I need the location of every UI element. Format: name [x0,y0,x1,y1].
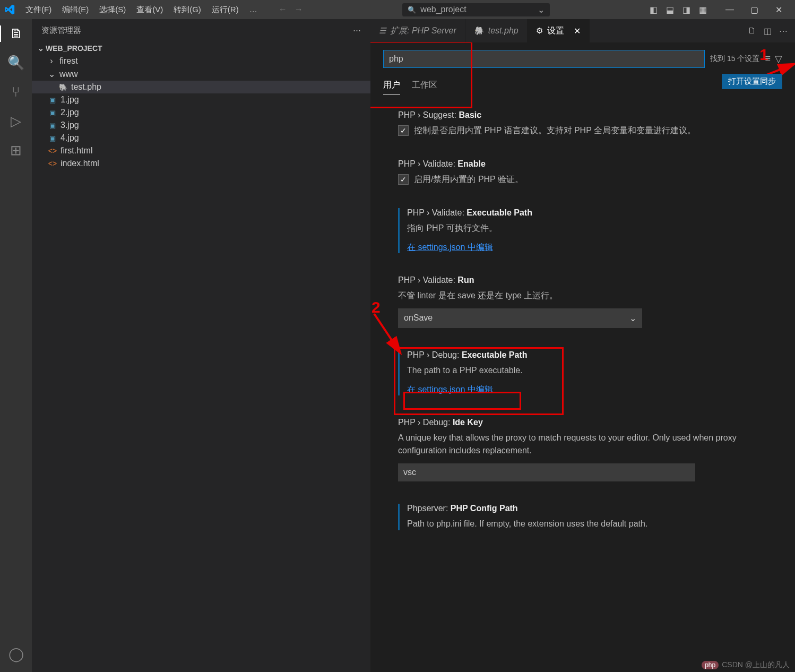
html-file-icon: <> [48,159,57,168]
image-file-icon: ▣ [48,96,57,104]
sidebar-more-icon[interactable]: ⋯ [353,25,361,36]
extension-tab-icon: ☰ [379,26,386,36]
activity-explorer-icon[interactable]: 🗎 [0,25,32,42]
window-minimize[interactable]: — [718,0,742,19]
file-4jpg[interactable]: ▣4.jpg [32,132,370,144]
tab-test-php[interactable]: 🐘test.php [465,19,528,42]
image-file-icon: ▣ [48,134,57,142]
settings-filter-icon[interactable]: ▽ [775,53,782,65]
open-settings-sync-button[interactable]: 打开设置同步 [722,74,782,89]
vscode-logo-icon [4,4,15,15]
image-file-icon: ▣ [48,109,57,117]
input-ide-key[interactable] [398,463,695,481]
setting-php-validate-run: PHP › Validate: Run 不管 linter 是在 save 还是… [398,275,782,328]
menu-goto[interactable]: 转到(G) [168,3,206,17]
tab-settings[interactable]: ⚙设置✕ [528,19,590,42]
checkbox-validate-enable[interactable]: ✓ [398,174,409,185]
scope-workspace[interactable]: 工作区 [412,76,437,94]
nav-forward-icon[interactable]: → [295,5,303,14]
search-icon: 🔍 [408,6,416,14]
activity-debug-icon[interactable]: ▷ [11,113,21,130]
watermark: phpCSDN @上山的凡人 [702,660,790,670]
html-file-icon: <> [48,147,57,155]
setting-php-debug-exepath: PHP › Debug: Executable Path The path to… [398,350,782,395]
sidebar-title: 资源管理器 [41,25,81,36]
menu-select[interactable]: 选择(S) [94,3,131,17]
window-maximize[interactable]: ▢ [742,0,766,19]
results-count: 找到 15 个设置 [710,54,759,64]
editor-more-icon[interactable]: ⋯ [779,26,788,36]
php-file-icon: 🐘 [58,83,68,91]
activity-extensions-icon[interactable]: ⊞ [10,142,22,159]
setting-php-validate-exepath: PHP › Validate: Executable Path 指向 PHP 可… [398,208,782,253]
menu-run[interactable]: 运行(R) [206,3,244,17]
layout-sidebar-left-icon[interactable]: ◧ [650,5,658,15]
folder-firest[interactable]: ›firest [32,55,370,67]
file-first-html[interactable]: <>first.html [32,144,370,157]
folder-www[interactable]: ⌄www [32,67,370,81]
edit-in-settings-json[interactable]: 在 settings.json 中编辑 [407,384,493,395]
command-center[interactable]: 🔍 web_project ⌄ [402,3,550,17]
menu-view[interactable]: 查看(V) [131,3,168,17]
command-center-text: web_project [420,5,466,14]
chevron-down-icon: ⌄ [48,69,55,79]
select-validate-run[interactable]: onSave⌄ [398,308,642,328]
window-close[interactable]: ✕ [766,0,791,19]
activity-search-icon[interactable]: 🔍 [7,55,24,71]
activity-account-icon[interactable]: ◯ [8,646,24,662]
file-index-html[interactable]: <>index.html [32,157,370,170]
chevron-down-icon: ⌄ [37,44,45,53]
menu-edit[interactable]: 编辑(E) [57,3,94,17]
split-editor-icon[interactable]: ◫ [764,26,772,36]
settings-toc-icon[interactable]: ≡ [765,53,771,65]
image-file-icon: ▣ [48,122,57,130]
edit-in-settings-json[interactable]: 在 settings.json 中编辑 [407,242,493,253]
layout-customize-icon[interactable]: ▦ [699,5,707,15]
chevron-right-icon: › [48,56,55,66]
close-icon[interactable]: ✕ [574,26,581,36]
menu-more[interactable]: … [244,3,263,17]
setting-php-validate-enable: PHP › Validate: Enable ✓ 启用/禁用内置的 PHP 验证… [398,159,782,186]
scope-user[interactable]: 用户 [383,76,400,94]
file-1jpg[interactable]: ▣1.jpg [32,93,370,106]
activity-scm-icon[interactable]: ⑂ [12,84,20,100]
layout-sidebar-right-icon[interactable]: ◨ [682,5,690,15]
file-test-php[interactable]: 🐘test.php [32,81,370,93]
svg-line-1 [374,314,401,354]
setting-php-suggest-basic: PHP › Suggest: Basic ✓ 控制是否启用内置 PHP 语言建议… [398,110,782,137]
setting-php-debug-idekey: PHP › Debug: Ide Key A unique key that a… [398,418,782,481]
open-settings-json-icon[interactable]: 🗋 [748,26,756,36]
file-2jpg[interactable]: ▣2.jpg [32,106,370,119]
settings-tab-icon: ⚙ [536,26,543,36]
file-3jpg[interactable]: ▣3.jpg [32,119,370,132]
annotation-2: 2 [371,298,381,316]
settings-search-input[interactable] [383,50,705,68]
chevron-down-icon: ⌄ [538,5,545,15]
chevron-down-icon: ⌄ [629,313,636,323]
folder-root[interactable]: ⌄ WEB_PROJECT [32,42,370,55]
checkbox-suggest-basic[interactable]: ✓ [398,125,409,136]
php-file-icon: 🐘 [474,26,484,36]
nav-back-icon[interactable]: ← [279,5,287,14]
layout-panel-icon[interactable]: ⬓ [666,5,674,15]
menu-file[interactable]: 文件(F) [20,3,57,17]
setting-phpserver-configpath: Phpserver: PHP Config Path Path to php.i… [398,504,782,530]
tab-extension-phpserver[interactable]: ☰扩展: PHP Server [370,19,465,42]
